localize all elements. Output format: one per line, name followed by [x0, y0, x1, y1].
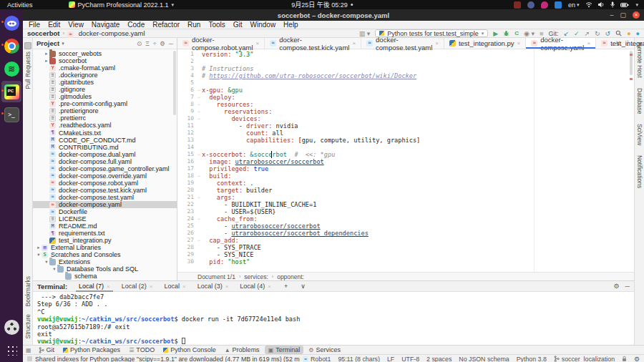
code-line[interactable]: 14 [177, 144, 634, 151]
app-menu[interactable]: PyCharm Professional 2022.1.1 ▾ [69, 1, 175, 9]
dock-terminal[interactable] [1, 104, 21, 125]
line-number[interactable]: 4 [177, 72, 196, 79]
fold-marker-icon[interactable]: − [196, 194, 202, 201]
code-editor[interactable]: 1version: "3.3"23# Instructions4# https:… [177, 49, 634, 272]
system-status-icons[interactable] [585, 1, 629, 8]
line-number[interactable]: 27 [177, 237, 196, 244]
line-number[interactable]: 11 [177, 122, 196, 129]
more-options-icon[interactable]: ⋮ [625, 39, 631, 47]
menu-view[interactable]: View [68, 21, 84, 29]
dock-show-applications[interactable] [1, 339, 21, 361]
tree-item[interactable]: ≡.gitignore [33, 86, 177, 93]
dock-media-player[interactable] [1, 316, 21, 338]
collapse-icon[interactable]: Ξ [145, 40, 150, 47]
tree-item[interactable]: Y.cmake-format.yaml [33, 64, 177, 72]
tab-list-dropdown-icon[interactable]: ∨ [615, 39, 620, 47]
code-line[interactable]: 16 image: utrarobosoccer/soccerbot [177, 158, 634, 165]
code-line[interactable]: 10− devices: [177, 115, 634, 122]
window-title-bar[interactable]: soccerbot – docker-compose.yaml – ▢ × [23, 9, 644, 21]
status-widget[interactable]: UTF-8 [401, 356, 419, 362]
dock-chrome[interactable] [1, 35, 21, 57]
ide-status-icon[interactable]: ● [636, 30, 640, 37]
line-number[interactable]: 10 [177, 115, 196, 122]
fold-marker-icon[interactable]: − [196, 115, 202, 122]
terminal-tab[interactable]: Local× [158, 280, 191, 292]
code-line[interactable]: 24− cache_from: [177, 215, 634, 222]
code-line[interactable]: 22 - BUILDKIT_INLINE_CACHE=1 [177, 201, 634, 208]
chevron-down-icon[interactable]: ▾ [44, 259, 49, 265]
tree-item[interactable]: ▸soccerbot [33, 57, 177, 64]
status-widget[interactable]: LF [387, 356, 394, 362]
project-toolwindow-button[interactable] [24, 42, 31, 49]
toolwindow-button-python-console[interactable]: Python Console [160, 346, 220, 354]
toolwindow-button-python-packages[interactable]: Python Packages [59, 346, 124, 354]
terminal-settings-icon[interactable]: ⚙ [614, 283, 620, 290]
code-line[interactable]: 1version: "3.3" [177, 51, 634, 58]
menu-edit[interactable]: Edit [48, 21, 60, 29]
status-widget[interactable] [622, 356, 627, 362]
line-number[interactable]: 14 [177, 144, 196, 151]
debug-icon[interactable] [503, 30, 509, 36]
toolwindow-quick-access-icon[interactable]: ▦ [26, 347, 31, 353]
settings-icon[interactable]: ⚙ [160, 40, 165, 47]
fold-marker-icon[interactable]: − [196, 108, 202, 115]
line-number[interactable]: 29 [177, 251, 196, 258]
code-line[interactable]: 15−x-soccerbot: &soccerbot # <<: *gpu [177, 151, 634, 158]
code-line[interactable]: 3# Instructions [177, 65, 634, 72]
tree-item[interactable]: Y.readthedocs.yaml [33, 122, 177, 129]
tree-item[interactable]: ▾Database Tools and SQL [33, 265, 177, 273]
terminal-tab[interactable]: Local (3)× [192, 280, 235, 292]
status-widget[interactable]: 2 spaces [426, 356, 452, 362]
tree-item[interactable]: ≡.gitattributes [33, 79, 177, 86]
code-line[interactable]: 28 - SYS_PTRACE [177, 244, 634, 251]
tree-item[interactable]: Y.pre-commit-config.yaml [33, 100, 177, 107]
tree-item[interactable]: ▸▤External Libraries [33, 244, 177, 251]
tree-item[interactable]: MREADME.md [33, 222, 177, 230]
breadcrumb-item[interactable]: soccerbot [27, 29, 59, 37]
menu-run[interactable]: Run [187, 21, 200, 29]
code-line[interactable]: 17 privileged: true [177, 165, 634, 172]
dock-discord[interactable] [1, 12, 21, 34]
code-line[interactable]: 25 - utrarobosoccer/soccerbot [177, 222, 634, 230]
dock-spotify[interactable] [1, 58, 21, 79]
close-tab-icon[interactable]: × [268, 283, 271, 290]
menu-code[interactable]: Code [127, 21, 145, 29]
line-number[interactable]: 5 [177, 79, 196, 87]
toolwindow-button-problems[interactable]: ▲Problems [221, 346, 263, 354]
chevron-right-icon[interactable]: ▸ [44, 58, 49, 64]
tree-item[interactable]: ≡.dockerignore [33, 72, 177, 79]
line-number[interactable]: 15 [177, 151, 196, 158]
tree-item[interactable]: ≡.gitmodules [33, 93, 177, 100]
toolwindow-button-git[interactable]: Git [35, 346, 59, 354]
menu-refactor[interactable]: Refactor [152, 21, 180, 29]
line-number[interactable]: 24 [177, 215, 196, 222]
history-icon[interactable]: ↻ [595, 30, 600, 37]
code-line[interactable]: 26 - utrarobosoccer/soccerbot_dependenci… [177, 230, 634, 237]
code-line[interactable]: 19 context: . [177, 180, 634, 187]
tree-item[interactable]: ≈docker-compose.test.yaml [33, 194, 177, 201]
divider-icon[interactable]: ÷ [153, 40, 157, 47]
tree-item[interactable]: ≈docker-compose.robot.yaml [33, 180, 177, 187]
line-number[interactable]: 25 [177, 222, 196, 230]
status-widget[interactable]: ⚙ [634, 356, 640, 362]
terminal-tab[interactable]: Local (7)× [73, 280, 116, 292]
terminal-minimize-icon[interactable]: ─ [625, 283, 630, 290]
editor-breadcrumb-item[interactable]: Document 1/1 [197, 273, 235, 280]
line-number[interactable]: 17 [177, 165, 196, 172]
hide-icon[interactable]: ─ [169, 40, 173, 47]
tree-item[interactable]: ≈docker-compose.yaml [33, 201, 177, 208]
editor-tab[interactable]: ≈docker-compose.yaml× [526, 38, 596, 49]
discord-tray-icon[interactable] [527, 1, 535, 9]
status-widget[interactable]: ≈Robot1 [303, 356, 331, 362]
line-number[interactable]: 19 [177, 180, 196, 187]
chevron-down-icon[interactable]: ▾ [62, 41, 64, 47]
activities-button[interactable]: Activities [0, 1, 40, 9]
chevron-down-icon[interactable]: ▾ [36, 252, 42, 258]
locate-icon[interactable]: ⊙ [137, 40, 142, 47]
code-line[interactable]: 2 [177, 58, 634, 65]
tree-item[interactable]: test_integration.py [33, 237, 177, 244]
line-number[interactable]: 26 [177, 230, 196, 237]
tree-item[interactable]: MCONTRIBUTING.md [33, 144, 177, 151]
close-tab-icon[interactable]: × [256, 40, 260, 47]
status-message[interactable]: Shared indexes for Python package "scipy… [35, 356, 300, 362]
